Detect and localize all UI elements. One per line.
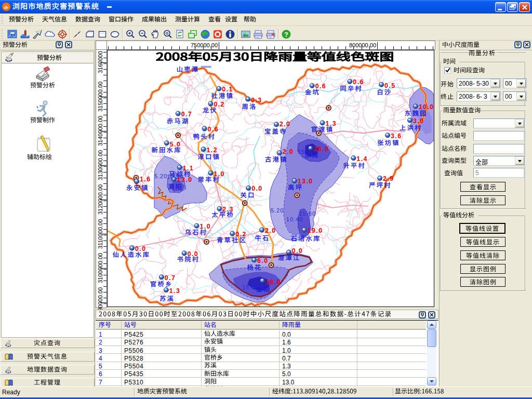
svg-text:10.40: 10.40 — [286, 216, 303, 222]
svg-text:13.0: 13.0 — [177, 176, 193, 183]
svg-text:1.6: 1.6 — [140, 176, 151, 183]
svg-text:1.3: 1.3 — [169, 287, 180, 295]
svg-text:3.6: 3.6 — [391, 132, 402, 140]
svg-text:0.0: 0.0 — [251, 185, 262, 192]
svg-text:0.0: 0.0 — [292, 247, 303, 255]
svg-text:1.0: 1.0 — [214, 170, 224, 178]
svg-text:0.1: 0.1 — [222, 86, 233, 93]
svg-text:10.0: 10.0 — [419, 103, 434, 111]
svg-text:18.0: 18.0 — [265, 278, 281, 286]
svg-text:0.6: 0.6 — [315, 83, 326, 90]
svg-text:0.0: 0.0 — [135, 245, 146, 252]
svg-text:0.5: 0.5 — [384, 82, 395, 89]
svg-text:1.4: 1.4 — [356, 155, 367, 163]
svg-text:0.6: 0.6 — [207, 126, 218, 133]
svg-text:26.0: 26.0 — [314, 145, 329, 153]
svg-text:5.20: 5.20 — [154, 173, 167, 179]
svg-text:15.6: 15.6 — [242, 284, 255, 290]
svg-text:1.3: 1.3 — [326, 120, 337, 127]
svg-text:2.0: 2.0 — [265, 227, 276, 234]
svg-text:1.0: 1.0 — [200, 223, 211, 230]
svg-text:6.0: 6.0 — [257, 257, 268, 264]
svg-text:1.2: 1.2 — [207, 147, 218, 154]
svg-text:0.2: 0.2 — [214, 101, 224, 108]
svg-text:3.0: 3.0 — [413, 117, 424, 125]
svg-text:0.6: 0.6 — [353, 78, 364, 86]
svg-text:?: ? — [284, 31, 288, 38]
svg-text:0.7: 0.7 — [181, 111, 192, 118]
svg-text:19.0: 19.0 — [308, 227, 323, 234]
svg-text:0.7: 0.7 — [165, 274, 176, 282]
svg-text:13.0: 13.0 — [298, 178, 313, 185]
svg-text:2.9: 2.9 — [383, 175, 394, 182]
svg-text:5.0: 5.0 — [170, 141, 181, 148]
svg-text:0.2: 0.2 — [235, 231, 246, 238]
svg-text:2.0: 2.0 — [280, 121, 290, 128]
svg-text:5.20: 5.20 — [271, 207, 284, 214]
svg-text:1.1: 1.1 — [183, 165, 194, 172]
svg-text:dr: dr — [4, 5, 9, 10]
svg-text:0.3: 0.3 — [251, 97, 262, 104]
svg-text:2.0: 2.0 — [283, 148, 294, 155]
